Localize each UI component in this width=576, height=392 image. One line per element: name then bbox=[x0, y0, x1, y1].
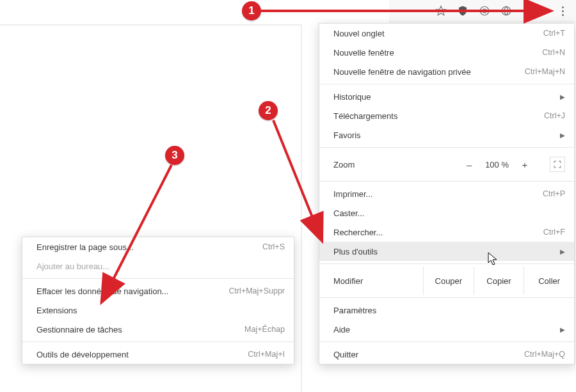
menu-settings[interactable]: Paramètres bbox=[319, 301, 574, 320]
menu-item-shortcut: Maj+Échap bbox=[244, 325, 285, 334]
menu-separator bbox=[319, 297, 574, 298]
menu-item-label: Plus d'outils bbox=[333, 247, 555, 256]
submenu-developer-tools[interactable]: Outils de développement Ctrl+Maj+I bbox=[22, 345, 294, 364]
chevron-right-icon: ▶ bbox=[560, 93, 565, 100]
menu-item-label: Paramètres bbox=[333, 306, 565, 315]
menu-item-label: Caster... bbox=[333, 208, 565, 218]
menu-separator bbox=[22, 341, 294, 342]
star-icon[interactable] bbox=[435, 5, 447, 17]
menu-item-shortcut: Ctrl+Maj+Q bbox=[524, 350, 565, 359]
edit-paste-button[interactable]: Coller bbox=[524, 267, 574, 295]
menu-item-shortcut: Ctrl+S bbox=[262, 242, 285, 251]
menu-item-label: Modifier bbox=[319, 267, 423, 295]
menu-find[interactable]: Rechercher... Ctrl+F bbox=[319, 223, 574, 242]
menu-item-label: Gestionnaire de tâches bbox=[36, 325, 244, 334]
submenu-task-manager[interactable]: Gestionnaire de tâches Maj+Échap bbox=[22, 320, 294, 339]
menu-print[interactable]: Imprimer... Ctrl+P bbox=[319, 184, 574, 203]
fullscreen-icon[interactable] bbox=[550, 157, 565, 172]
target-icon[interactable] bbox=[479, 5, 490, 17]
submenu-add-to-desktop: Ajouter au bureau... bbox=[22, 256, 294, 276]
svg-point-1 bbox=[480, 6, 489, 15]
chevron-right-icon: ▶ bbox=[560, 326, 565, 333]
menu-item-label: Historique bbox=[333, 92, 555, 102]
browser-toolbar bbox=[389, 0, 576, 22]
menu-item-label: Effacer les données de navigation... bbox=[36, 286, 228, 296]
menu-item-label: Téléchargements bbox=[333, 111, 544, 121]
menu-dots-icon[interactable] bbox=[557, 5, 568, 17]
annotation-badge-3: 3 bbox=[165, 146, 184, 165]
menu-item-shortcut: Ctrl+N bbox=[542, 48, 565, 57]
menu-separator bbox=[319, 181, 574, 182]
menu-item-label: Ajouter au bureau... bbox=[36, 262, 285, 271]
annotation-badge-1: 1 bbox=[242, 1, 261, 20]
menu-item-label: Favoris bbox=[333, 130, 555, 140]
menu-item-label: Nouvelle fenêtre bbox=[333, 48, 542, 58]
menu-zoom: Zoom – 100 % + bbox=[319, 150, 574, 178]
more-tools-submenu: Enregistrer la page sous... Ctrl+S Ajout… bbox=[22, 237, 294, 365]
menu-history[interactable]: Historique ▶ bbox=[319, 87, 574, 106]
globe-icon[interactable] bbox=[500, 5, 512, 17]
menu-item-label: Imprimer... bbox=[333, 189, 543, 199]
menu-more-tools[interactable]: Plus d'outils ▶ bbox=[319, 242, 574, 261]
menu-separator bbox=[319, 341, 574, 342]
menu-help[interactable]: Aide ▶ bbox=[319, 320, 574, 339]
menu-downloads[interactable]: Téléchargements Ctrl+J bbox=[319, 106, 574, 125]
menu-item-label: Outils de développement bbox=[36, 350, 248, 359]
menu-bookmarks[interactable]: Favoris ▶ bbox=[319, 125, 574, 145]
menu-item-label: Enregistrer la page sous... bbox=[36, 242, 262, 252]
menu-incognito[interactable]: Nouvelle fenêtre de navigation privée Ct… bbox=[319, 62, 574, 81]
menu-new-window[interactable]: Nouvelle fenêtre Ctrl+N bbox=[319, 43, 574, 62]
svg-rect-4 bbox=[525, 10, 531, 15]
menu-item-shortcut: Ctrl+P bbox=[543, 189, 565, 198]
menu-new-tab[interactable]: Nouvel onglet Ctrl+T bbox=[319, 24, 574, 43]
menu-item-label: Aide bbox=[333, 325, 555, 334]
submenu-clear-browsing-data[interactable]: Effacer les données de navigation... Ctr… bbox=[22, 281, 294, 301]
menu-item-label: Extensions bbox=[36, 306, 285, 315]
chevron-right-icon: ▶ bbox=[560, 132, 565, 139]
main-menu: Nouvel onglet Ctrl+T Nouvelle fenêtre Ct… bbox=[319, 23, 575, 365]
menu-item-label: Rechercher... bbox=[333, 228, 543, 237]
shield-icon[interactable] bbox=[457, 5, 468, 17]
menu-item-shortcut: Ctrl+F bbox=[543, 228, 565, 237]
menu-item-label: Nouvelle fenêtre de navigation privée bbox=[333, 67, 525, 77]
menu-separator bbox=[319, 84, 574, 84]
edit-cut-button[interactable]: Couper bbox=[423, 267, 474, 295]
menu-cast[interactable]: Caster... bbox=[319, 203, 574, 223]
edit-copy-button[interactable]: Copier bbox=[474, 267, 524, 295]
menu-item-shortcut: Ctrl+Maj+N bbox=[525, 67, 565, 76]
menu-quit[interactable]: Quitter Ctrl+Maj+Q bbox=[319, 345, 574, 364]
menu-item-shortcut: Ctrl+Maj+Suppr bbox=[228, 286, 285, 295]
menu-separator bbox=[22, 278, 294, 279]
menu-edit-row: Modifier Couper Copier Coller bbox=[319, 267, 574, 295]
menu-item-label: Nouvel onglet bbox=[333, 29, 543, 38]
svg-point-2 bbox=[483, 9, 486, 13]
menu-separator bbox=[319, 263, 574, 264]
zoom-in-button[interactable]: + bbox=[520, 159, 529, 170]
menu-separator bbox=[319, 147, 574, 148]
menu-item-label: Zoom bbox=[333, 160, 465, 169]
submenu-save-page-as[interactable]: Enregistrer la page sous... Ctrl+S bbox=[22, 237, 294, 256]
menu-item-shortcut: Ctrl+Maj+I bbox=[248, 350, 285, 359]
zoom-value: 100 % bbox=[485, 160, 509, 169]
menu-item-label: Quitter bbox=[333, 350, 524, 359]
svg-marker-0 bbox=[436, 6, 446, 15]
annotation-badge-2: 2 bbox=[259, 101, 278, 120]
zoom-out-button[interactable]: – bbox=[465, 159, 474, 170]
menu-item-shortcut: Ctrl+T bbox=[543, 29, 565, 38]
cursor-icon bbox=[488, 252, 498, 266]
chevron-right-icon: ▶ bbox=[560, 248, 565, 255]
submenu-extensions[interactable]: Extensions bbox=[22, 301, 294, 320]
menu-item-shortcut: Ctrl+J bbox=[544, 111, 565, 120]
lock-icon[interactable] bbox=[522, 5, 534, 17]
